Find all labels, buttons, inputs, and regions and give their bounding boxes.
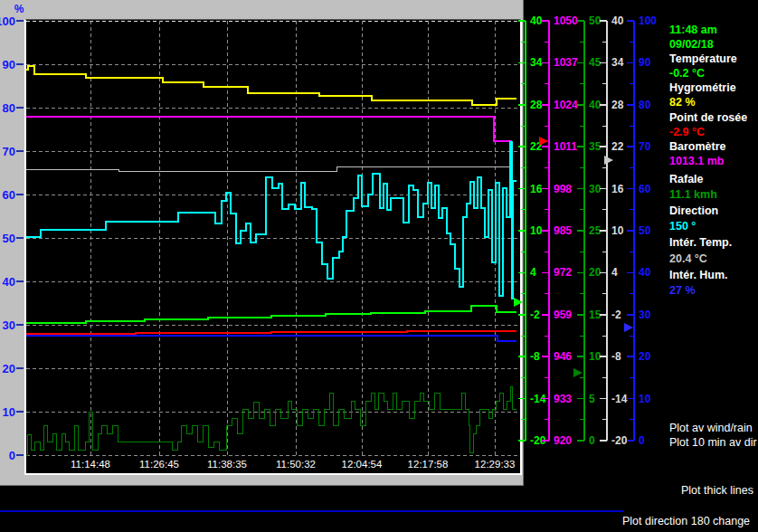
indoor-temp-axis-label: 4 <box>611 266 618 279</box>
indoor-temp-axis-label: 28 <box>611 99 624 111</box>
indoor-temp-marker <box>604 156 613 165</box>
reading-label-0: Température <box>669 52 758 65</box>
reading-value-5: 150 ° <box>669 220 758 233</box>
temperature-axis-label: -14 <box>530 393 546 405</box>
reading-value-4: 11.1 kmh <box>669 188 758 201</box>
reading-label-6: Intér. Temp. <box>669 236 758 249</box>
humidity-axis-label: 60 <box>639 183 651 195</box>
reading-value-7: 27 % <box>669 284 758 297</box>
indoor-temp-axis-label: 10 <box>611 224 624 237</box>
indoor-temp-axis-label: 16 <box>611 183 624 195</box>
temperature-axis-label: 22 <box>530 140 543 153</box>
reading-value-3: 1013.1 mb <box>669 155 758 167</box>
reading-value-2: -2.9 °C <box>669 126 758 138</box>
reading-label-3: Baromètre <box>669 140 758 153</box>
temperature-axis-label: 10 <box>530 224 543 237</box>
reading-label-2: Point de rosée <box>669 111 758 124</box>
weather-display-app: %100908070605040302010011:14:4811:26:451… <box>0 0 758 532</box>
windspeed-axis-label: 40 <box>589 99 602 111</box>
barometer-axis-label: 920 <box>554 434 572 447</box>
indoor-humidity-marker <box>624 323 633 332</box>
temperature-axis-label: 34 <box>530 56 543 69</box>
windspeed-axis-label: 30 <box>589 183 602 195</box>
plot-area[interactable] <box>24 19 522 475</box>
reading-label-7: Intér. Hum. <box>669 269 758 281</box>
temperature-axis-label: -20 <box>530 434 546 447</box>
temperature-axis-label: 16 <box>530 183 543 195</box>
barometer-axis-label: 959 <box>554 309 572 321</box>
windspeed-axis-label: 50 <box>589 14 602 27</box>
temperature-axis-label: -8 <box>530 350 540 363</box>
reading-label-5: Direction <box>669 204 758 217</box>
temperature-axis-label: 28 <box>530 99 543 111</box>
windspeed-axis-label: 35 <box>589 140 602 153</box>
barometer-marker <box>539 137 548 146</box>
humidity-axis-label: 30 <box>639 309 651 321</box>
humidity-axis-label: 90 <box>639 56 651 69</box>
reading-value-6: 20.4 °C <box>669 252 758 265</box>
windspeed-marker <box>573 368 583 377</box>
barometer-axis-label: 998 <box>554 183 572 195</box>
clock-date: 09/02/18 <box>669 38 758 51</box>
windspeed-axis-label: 15 <box>589 309 602 321</box>
bottom-divider <box>0 510 624 512</box>
humidity-axis-label: 0 <box>639 434 645 447</box>
indoor-temp-axis-label: -2 <box>611 309 621 321</box>
clock-time: 11:48 am <box>669 24 758 36</box>
graph-panel <box>0 0 524 486</box>
temperature-axis-label: 4 <box>530 266 536 279</box>
reading-value-0: -0.2 °C <box>669 67 758 80</box>
humidity-axis-label: 70 <box>639 140 651 153</box>
barometer-axis-label: 946 <box>554 350 572 363</box>
reading-label-1: Hygrométrie <box>669 81 758 94</box>
indoor-temp-axis-label: 34 <box>611 56 624 69</box>
indoor-temp-axis-label: -14 <box>611 393 628 405</box>
barometer-axis-label: 1037 <box>554 56 578 69</box>
windspeed-axis-label: 10 <box>589 350 602 363</box>
barometer-axis-label: 933 <box>554 393 572 405</box>
indoor-temp-axis-label: -8 <box>611 350 621 363</box>
humidity-axis-label: 100 <box>639 14 657 27</box>
barometer-axis-label: 985 <box>554 224 572 237</box>
humidity-axis-label: 80 <box>639 99 651 111</box>
indoor-temp-axis-label: 22 <box>611 140 624 153</box>
windspeed-axis-label: 45 <box>589 56 602 69</box>
indoor-temp-axis-label: -20 <box>611 434 628 447</box>
option-plot-thick-lines[interactable]: Plot thick lines <box>681 484 753 497</box>
indoor-temp-axis-label: 40 <box>611 14 624 27</box>
barometer-axis-label: 972 <box>554 266 572 279</box>
barometer-axis-label: 1024 <box>554 99 578 111</box>
option-plot-direction-180[interactable]: Plot direction 180 change <box>622 515 750 527</box>
reading-label-4: Rafale <box>669 173 758 185</box>
humidity-axis-label: 20 <box>639 350 651 363</box>
windspeed-axis-label: 0 <box>589 434 595 447</box>
windspeed-axis-label: 25 <box>589 224 602 237</box>
humidity-axis-label: 50 <box>639 224 651 237</box>
barometer-axis-label: 1011 <box>554 140 577 153</box>
humidity-axis-label: 10 <box>639 393 651 405</box>
reading-value-1: 82 % <box>669 96 758 109</box>
option-plot-10min-av-dir[interactable]: Plot 10 min av dir <box>669 436 757 449</box>
windspeed-axis-label: 5 <box>589 393 595 405</box>
barometer-axis-label: 1050 <box>554 14 578 27</box>
temperature-axis-label: -2 <box>530 309 540 321</box>
humidity-axis-label: 40 <box>639 266 651 279</box>
option-plot-av-wind-rain[interactable]: Plot av wind/rain <box>669 422 753 434</box>
windspeed-axis-label: 20 <box>589 266 602 279</box>
temperature-axis-label: 40 <box>530 14 543 27</box>
